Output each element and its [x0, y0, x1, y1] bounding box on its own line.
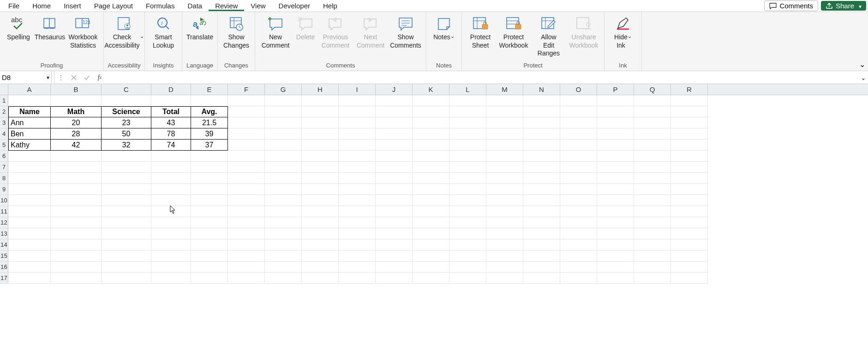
cell-F4[interactable]: [228, 128, 265, 140]
cell-I1[interactable]: [339, 95, 376, 106]
cell-B8[interactable]: [51, 173, 102, 184]
cell-M16[interactable]: [486, 262, 523, 273]
cell-P13[interactable]: [597, 228, 634, 239]
cell-J5[interactable]: [376, 140, 413, 151]
cell-B16[interactable]: [51, 262, 102, 273]
cell-N4[interactable]: [523, 128, 560, 140]
cell-Q2[interactable]: [634, 106, 671, 117]
ribbon-collapse-button[interactable]: ⌄: [859, 60, 865, 69]
cell-E6[interactable]: [191, 151, 228, 162]
cell-B14[interactable]: [51, 239, 102, 250]
cell-L13[interactable]: [449, 228, 486, 239]
col-header-D[interactable]: D: [151, 84, 191, 95]
cell-K1[interactable]: [413, 95, 449, 106]
cell-Q5[interactable]: [634, 140, 671, 151]
cell-O16[interactable]: [560, 262, 597, 273]
cell-P12[interactable]: [597, 217, 634, 228]
col-header-B[interactable]: B: [51, 84, 102, 95]
cell-I2[interactable]: [339, 106, 376, 117]
cell-K17[interactable]: [413, 273, 449, 284]
cell-K2[interactable]: [413, 106, 449, 117]
cell-N11[interactable]: [523, 206, 560, 217]
cell-F17[interactable]: [228, 273, 265, 284]
cell-H10[interactable]: [302, 195, 339, 206]
cell-G5[interactable]: [265, 140, 302, 151]
cell-I6[interactable]: [339, 151, 376, 162]
cell-J15[interactable]: [376, 250, 413, 262]
row-header-10[interactable]: 10: [0, 195, 8, 206]
col-header-O[interactable]: O: [560, 84, 597, 95]
cell-K16[interactable]: [413, 262, 449, 273]
cell-E13[interactable]: [191, 228, 228, 239]
cell-O17[interactable]: [560, 273, 597, 284]
cell-M5[interactable]: [486, 140, 523, 151]
cell-Q3[interactable]: [634, 117, 671, 128]
cell-D12[interactable]: [151, 217, 191, 228]
cell-C2[interactable]: Science: [102, 106, 151, 117]
cell-M15[interactable]: [486, 250, 523, 262]
cell-F9[interactable]: [228, 184, 265, 195]
share-button[interactable]: Share: [821, 1, 866, 11]
cell-P5[interactable]: [597, 140, 634, 151]
cell-H4[interactable]: [302, 128, 339, 140]
cell-B7[interactable]: [51, 162, 102, 173]
cell-D13[interactable]: [151, 228, 191, 239]
cell-R10[interactable]: [671, 195, 708, 206]
cell-A2[interactable]: Name: [8, 106, 51, 117]
cell-F2[interactable]: [228, 106, 265, 117]
row-header-1[interactable]: 1: [0, 95, 8, 106]
cell-I3[interactable]: [339, 117, 376, 128]
select-all-corner[interactable]: [0, 84, 8, 95]
cell-K5[interactable]: [413, 140, 449, 151]
cell-P3[interactable]: [597, 117, 634, 128]
cell-C15[interactable]: [102, 250, 151, 262]
cell-F1[interactable]: [228, 95, 265, 106]
cell-Q8[interactable]: [634, 173, 671, 184]
cell-M11[interactable]: [486, 206, 523, 217]
cell-J2[interactable]: [376, 106, 413, 117]
cell-H6[interactable]: [302, 151, 339, 162]
cell-Q11[interactable]: [634, 206, 671, 217]
cell-E1[interactable]: [191, 95, 228, 106]
cell-N2[interactable]: [523, 106, 560, 117]
cell-C11[interactable]: [102, 206, 151, 217]
cell-N16[interactable]: [523, 262, 560, 273]
show-comments-button[interactable]: ShowComments: [388, 14, 423, 60]
cell-N1[interactable]: [523, 95, 560, 106]
row-header-11[interactable]: 11: [0, 206, 8, 217]
cell-A10[interactable]: [8, 195, 51, 206]
col-header-C[interactable]: C: [102, 84, 151, 95]
cell-G10[interactable]: [265, 195, 302, 206]
cell-Q16[interactable]: [634, 262, 671, 273]
cell-C9[interactable]: [102, 184, 151, 195]
cell-M3[interactable]: [486, 117, 523, 128]
cell-L9[interactable]: [449, 184, 486, 195]
cell-O13[interactable]: [560, 228, 597, 239]
cell-C8[interactable]: [102, 173, 151, 184]
row-header-16[interactable]: 16: [0, 262, 8, 273]
cell-Q13[interactable]: [634, 228, 671, 239]
menu-help[interactable]: Help: [317, 1, 344, 11]
cell-I15[interactable]: [339, 250, 376, 262]
cell-G13[interactable]: [265, 228, 302, 239]
cell-L12[interactable]: [449, 217, 486, 228]
cell-B4[interactable]: 28: [51, 128, 102, 140]
cell-J12[interactable]: [376, 217, 413, 228]
cell-O8[interactable]: [560, 173, 597, 184]
cell-J13[interactable]: [376, 228, 413, 239]
notes-button[interactable]: Notes⌄: [429, 14, 459, 60]
cell-Q7[interactable]: [634, 162, 671, 173]
cell-R16[interactable]: [671, 262, 708, 273]
cell-F14[interactable]: [228, 239, 265, 250]
cell-J6[interactable]: [376, 151, 413, 162]
cell-C4[interactable]: 50: [102, 128, 151, 140]
show-changes-button[interactable]: ShowChanges: [221, 14, 252, 60]
cell-F5[interactable]: [228, 140, 265, 151]
cell-P14[interactable]: [597, 239, 634, 250]
cell-D6[interactable]: [151, 151, 191, 162]
check-accessibility-button[interactable]: CheckAccessibility⌄: [107, 14, 142, 60]
cell-O2[interactable]: [560, 106, 597, 117]
col-header-M[interactable]: M: [486, 84, 523, 95]
cell-H7[interactable]: [302, 162, 339, 173]
cell-R14[interactable]: [671, 239, 708, 250]
